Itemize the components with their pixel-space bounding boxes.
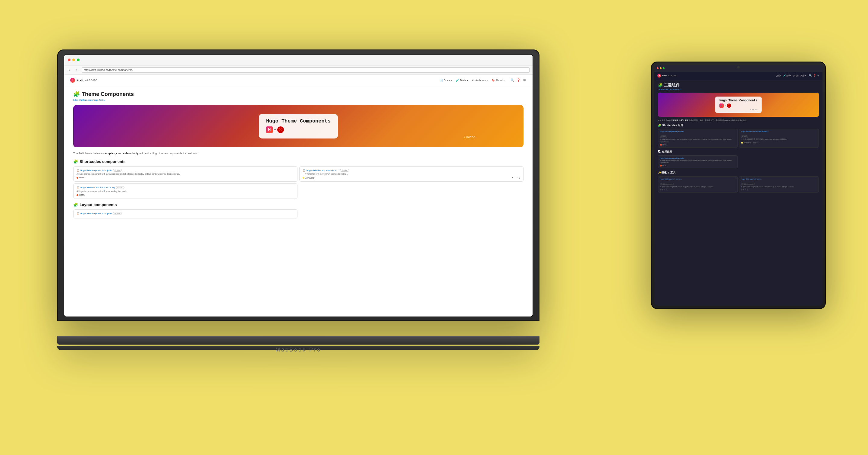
search-icon[interactable]: 🔍 (510, 78, 515, 82)
dark-template-card-2: hugo-fixit/hugo-fixit-start... Public te… (739, 176, 819, 193)
dark-logo: ✦ FixIt v0.3.3-RC (657, 74, 677, 78)
site-version: v0.3.3-RC (85, 79, 97, 82)
dark-help-icon[interactable]: ❓ (813, 74, 816, 77)
dark-templates-title: ✨模板 & 工具 (658, 171, 819, 175)
repo-title-1[interactable]: 📋 hugo-fixit/component-projects Public (76, 169, 294, 172)
repo-name-1: hugo-fixit/component-projects (81, 169, 112, 172)
ipad-maximize-dot (663, 67, 664, 69)
dark-hero-icons: H + 🚫 (719, 104, 757, 108)
dark-layout-lang-1: HTML (660, 165, 736, 167)
site-logo: ✦ FixIt v0.3.3-RC (70, 78, 97, 83)
dark-template-desc-1: A quick start template base on Hugo Modu… (660, 186, 736, 188)
ipad-close-dot (657, 67, 658, 69)
dark-hero-banner: Hugo Theme Components H + 🚫 Lruihao (658, 93, 819, 117)
repo-icon-2: 📋 (303, 169, 306, 172)
page-title: 🧩 Theme Components (73, 91, 524, 97)
repo-lang-3: HTML (76, 194, 294, 196)
nav-tests[interactable]: 🧪 Tests ▾ (456, 79, 468, 82)
scene: ‹ › https://fixit.lruihao.cn/theme-compo… (42, 31, 826, 424)
dark-repo-title-2[interactable]: hugo-fixit/shortcode-mmt-releases (741, 131, 817, 133)
dark-settings-icon[interactable]: ⊞ (817, 74, 819, 77)
shortcodes-grid: 📋 hugo-fixit/component-projects Public A… (73, 166, 524, 199)
stars-label: ★ 1 (512, 176, 516, 179)
dark-nav-docs[interactable]: 文档▾ (776, 74, 781, 77)
dark-template-title-2[interactable]: hugo-fixit/hugo-fixit-start... (741, 178, 817, 180)
dark-shortcodes-icon: 🧩 (658, 124, 661, 127)
logo-text: FixIt (76, 79, 84, 82)
forks-label: ⑂ 2 (517, 177, 520, 179)
dark-repo-desc-1: A Hugo theme component with layout proje… (660, 139, 736, 143)
dark-layout-title-1[interactable]: hugo-fixit/component-projects (660, 157, 736, 159)
dark-site-header: ✦ FixIt v0.3.3-RC 文档▾ 🧪测试▾ 归档▾ 关于▾ 🔍 ❓ (654, 72, 823, 80)
repo-icon-1: 📋 (76, 169, 80, 172)
dark-template-badge-1: Public template (660, 183, 674, 185)
dark-nav-tests[interactable]: 🧪测试▾ (783, 74, 792, 77)
ipad-body: ✦ FixIt v0.3.3-RC 文档▾ 🧪测试▾ 归档▾ 关于▾ 🔍 ❓ (651, 61, 826, 309)
repo-layout-title-1[interactable]: 📋 hugo-fixit/component-projects Public (76, 212, 294, 215)
forward-button[interactable]: › (74, 67, 79, 73)
help-icon[interactable]: ❓ (516, 78, 521, 82)
dark-plus-separator: + (724, 105, 726, 107)
dark-repo-lang-2: JavaScript ★ 1 ⑂ 1 (741, 142, 817, 144)
repo-desc-2: 一个含有网易云音乐歌词评论 shortcode 的 Hu... (303, 173, 520, 176)
dark-nav-icons: 🔍 ❓ ⊞ (809, 74, 819, 77)
dark-template-forks-2: ⑂ 1 (745, 189, 748, 191)
nav-docs[interactable]: 📄 Docs ▾ (440, 79, 453, 82)
dark-nav-about[interactable]: 关于▾ (801, 74, 806, 77)
dark-repo-card-2: hugo-fixit/shortcode-mmt-releases Public… (739, 129, 819, 147)
macbook-body: ‹ › https://fixit.lruihao.cn/theme-compo… (57, 50, 539, 336)
dark-forks-2: ⑂ 1 (756, 142, 759, 144)
repo-name-3: hugo-fixit/shortcode-sponsor-log (81, 186, 115, 189)
dark-page-url: https://github.com/hugo-fixit/... (658, 88, 819, 90)
browser-chrome (64, 55, 532, 65)
dark-repo-badge-2: Public (741, 136, 748, 138)
repo-title-2[interactable]: 📋 hugo-fixit/shortcode-mmt-net... Public (303, 169, 520, 172)
ipad-screen: ✦ FixIt v0.3.3-RC 文档▾ 🧪测试▾ 归档▾ 关于▾ 🔍 ❓ (654, 65, 823, 306)
nav-about[interactable]: 🔖 About ▾ (492, 79, 505, 82)
lang-name-2: JavaScript (305, 177, 315, 179)
address-bar[interactable]: https://fixit.lruihao.cn/theme-component… (82, 67, 530, 73)
ipad-browser: ✦ FixIt v0.3.3-RC 文档▾ 🧪测试▾ 归档▾ 关于▾ 🔍 ❓ (654, 65, 823, 306)
repo-stats-2: ★ 1 ⑂ 2 (512, 176, 520, 179)
lang-dot-js-2 (303, 177, 304, 179)
dark-nav-archives[interactable]: 归档▾ (793, 74, 799, 77)
repo-card-1: 📋 hugo-fixit/component-projects Public A… (73, 166, 298, 182)
dark-no-icon: 🚫 (727, 104, 731, 108)
dark-content: 🧩 主题组件 https://github.com/hugo-fixit/...… (654, 80, 823, 306)
macbook-screen: ‹ › https://fixit.lruihao.cn/theme-compo… (64, 55, 532, 316)
dark-repo-title-1[interactable]: hugo-fixit/component-projects (660, 131, 736, 133)
lang-dot-html-3 (76, 194, 79, 196)
site-header: ✦ FixIt v0.3.3-RC 📄 Docs ▾ 🧪 Tests ▾ 🗂 A… (64, 75, 532, 86)
dark-nav: 文档▾ 🧪测试▾ 归档▾ 关于▾ 🔍 ❓ ⊞ (776, 74, 819, 77)
no-icon: 🚫 (277, 126, 284, 133)
repo-desc-3: A Hugo theme component with sponsor-log … (76, 190, 294, 193)
repo-card-2: 📋 hugo-fixit/shortcode-mmt-net... Public… (299, 166, 524, 182)
page-url: https://github.com/hugo-fixit/... (73, 99, 524, 102)
dark-template-badge-2: Public template (741, 183, 755, 185)
dark-logo-text: FixIt (662, 74, 667, 77)
dark-repo-desc-2: 一个含有网易云音乐歌词评论 shortcode 的 Hugo 主题组件... (741, 139, 817, 141)
repo-title-3[interactable]: 📋 hugo-fixit/shortcode-sponsor-log Publi… (76, 186, 294, 189)
dark-hero-card: Hugo Theme Components H + 🚫 Lruihao (715, 96, 762, 113)
ipad-device: ✦ FixIt v0.3.3-RC 文档▾ 🧪测试▾ 归档▾ 关于▾ 🔍 ❓ (651, 61, 826, 309)
settings-icon[interactable]: ⊞ (522, 78, 527, 82)
macbook-lid: ‹ › https://fixit.lruihao.cn/theme-compo… (57, 50, 539, 321)
lang-dot-html-1 (76, 177, 79, 179)
macbook-model-label: MacBook Pro (276, 347, 321, 353)
dark-layout-desc-1: A Hugo theme component with layout proje… (660, 160, 736, 164)
repo-badge-3: Public (116, 186, 124, 189)
macbook-base: MacBook Pro (57, 336, 539, 345)
dark-logo-icon: ✦ (657, 74, 661, 78)
dark-page-icon: 🧩 (658, 83, 663, 87)
nav-archives[interactable]: 🗂 Archives ▾ (472, 79, 488, 82)
repo-footer-2: JavaScript ★ 1 ⑂ 2 (303, 176, 520, 179)
dark-template-card-1: hugo-fixit/hugo-fixit-starter... Public … (658, 176, 738, 193)
dark-template-title-1[interactable]: hugo-fixit/hugo-fixit-starter... (660, 178, 736, 180)
dark-repo-lang-1: HTML (660, 144, 736, 146)
back-button[interactable]: ‹ (67, 67, 72, 73)
dark-search-icon[interactable]: 🔍 (809, 74, 812, 77)
dark-shortcodes-title: 🧩 Shortcodes 组件 (658, 123, 819, 127)
dark-template-desc-2: A quick start template base on Git submo… (741, 186, 817, 188)
dark-lang-dot-html (660, 144, 662, 146)
dark-template-stars-1: ★ 0 (660, 189, 663, 191)
